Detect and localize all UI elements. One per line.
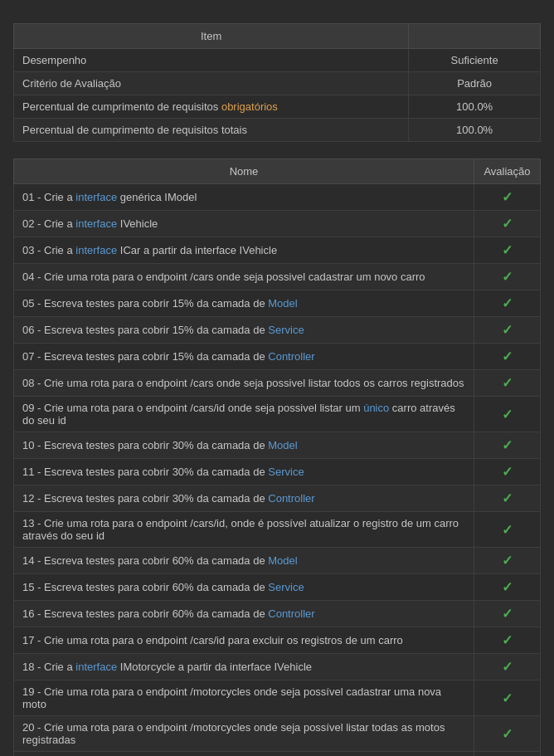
req-cell-name: 19 - Crie uma rota para o endpoint /moto…: [14, 680, 474, 716]
summary-cell-value: 100.0%: [409, 119, 541, 142]
req-cell-status: ✓: [474, 601, 541, 627]
req-cell-status: ✓: [474, 548, 541, 574]
summary-cell-value: Suficiente: [409, 49, 541, 72]
req-header-avaliacao: Avaliação: [474, 159, 541, 184]
req-cell-name: 10 - Escreva testes para cobrir 30% da c…: [14, 432, 474, 459]
req-cell-name: 13 - Crie uma rota para o endpoint /cars…: [14, 512, 474, 548]
req-cell-name: 18 - Crie a interface IMotorcycle a part…: [14, 654, 474, 680]
req-cell-status: ✓: [474, 459, 541, 485]
req-cell-name: 06 - Escreva testes para cobrir 15% da c…: [14, 317, 474, 344]
summary-header-item: Item: [14, 24, 409, 49]
req-cell-status: ✓: [474, 716, 541, 752]
req-cell-status: ✓: [474, 485, 541, 512]
req-cell-status: ✓: [474, 752, 541, 757]
req-cell-status: ✓: [474, 512, 541, 548]
req-cell-status: ✓: [474, 680, 541, 716]
req-cell-name: 17 - Crie uma rota para o endpoint /cars…: [14, 627, 474, 654]
req-cell-status: ✓: [474, 654, 541, 680]
summary-cell-item: Critério de Avaliação: [14, 72, 409, 95]
summary-cell-value: Padrão: [409, 72, 541, 95]
req-cell-name: 14 - Escreva testes para cobrir 60% da c…: [14, 548, 474, 574]
req-cell-name: 11 - Escreva testes para cobrir 30% da c…: [14, 459, 474, 485]
req-cell-status: ✓: [474, 627, 541, 654]
req-cell-name: 08 - Crie uma rota para o endpoint /cars…: [14, 370, 474, 397]
requirements-table: Nome Avaliação 01 - Crie a interface gen…: [13, 159, 541, 756]
req-cell-name: 02 - Crie a interface IVehicle: [14, 211, 474, 237]
summary-cell-item: Desempenho: [14, 49, 409, 72]
req-cell-status: ✓: [474, 184, 541, 211]
summary-cell-item: Percentual de cumprimento de requisitos …: [14, 95, 409, 119]
summary-table: Item DesempenhoSuficienteCritério de Ava…: [13, 23, 541, 142]
req-cell-name: 09 - Crie uma rota para o endpoint /cars…: [14, 397, 474, 432]
req-cell-name: 03 - Crie a interface ICar a partir da i…: [14, 237, 474, 264]
summary-header-value: [409, 24, 541, 49]
req-cell-name: 20 - Crie uma rota para o endpoint /moto…: [14, 716, 474, 752]
req-cell-status: ✓: [474, 432, 541, 459]
req-cell-status: ✓: [474, 344, 541, 370]
req-cell-status: ✓: [474, 397, 541, 432]
req-cell-name: 16 - Escreva testes para cobrir 60% da c…: [14, 601, 474, 627]
req-cell-status: ✓: [474, 290, 541, 317]
req-header-name: Nome: [14, 159, 474, 184]
req-cell-name: 04 - Crie uma rota para o endpoint /cars…: [14, 264, 474, 290]
req-cell-name: 15 - Escreva testes para cobrir 60% da c…: [14, 574, 474, 601]
req-cell-name: 05 - Escreva testes para cobrir 15% da c…: [14, 290, 474, 317]
req-cell-name: 21 - Crie uma rota para o endpoint /moto…: [14, 752, 474, 757]
req-cell-status: ✓: [474, 211, 541, 237]
summary-cell-value: 100.0%: [409, 95, 541, 119]
req-cell-status: ✓: [474, 574, 541, 601]
req-cell-status: ✓: [474, 237, 541, 264]
req-cell-status: ✓: [474, 264, 541, 290]
req-cell-status: ✓: [474, 370, 541, 397]
req-cell-name: 12 - Escreva testes para cobrir 30% da c…: [14, 485, 474, 512]
req-cell-name: 07 - Escreva testes para cobrir 15% da c…: [14, 344, 474, 370]
req-cell-name: 01 - Crie a interface genérica IModel: [14, 184, 474, 211]
summary-cell-item: Percentual de cumprimento de requisitos …: [14, 119, 409, 142]
req-cell-status: ✓: [474, 317, 541, 344]
